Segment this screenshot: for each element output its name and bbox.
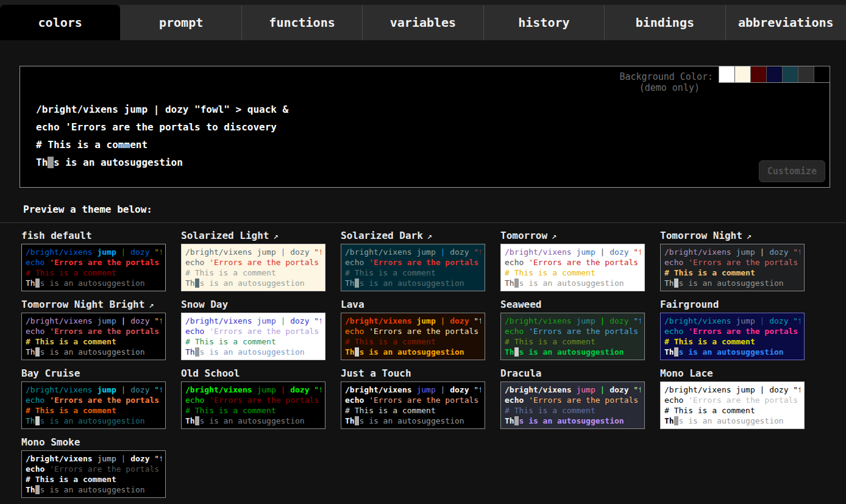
terminal-line: # This is a comment xyxy=(664,405,800,416)
theme-title[interactable]: Tomorrow Night↗ xyxy=(660,230,805,241)
token-pipe: | xyxy=(276,316,290,325)
theme-preview-card[interactable]: /bright/vixens jump | dozy "fowl" > quac… xyxy=(500,382,645,429)
token-sugg: s is an autosuggestion xyxy=(519,279,624,288)
terminal-line: echo 'Errors are the portals to discover… xyxy=(26,395,162,405)
token-sugg: s is an autosuggestion xyxy=(359,416,464,425)
token-path: /bright/vixens xyxy=(185,385,257,394)
token-cmd2: jump xyxy=(124,104,148,115)
theme-title[interactable]: Tomorrow↗ xyxy=(500,230,645,241)
theme-preview-card[interactable]: /bright/vixens jump | dozy "fowl" > quac… xyxy=(21,313,166,360)
tab-variables[interactable]: variables xyxy=(362,5,483,40)
token-quote: "fowl" > quack & xyxy=(150,454,162,463)
token-pipe: | xyxy=(116,247,130,257)
theme-preview-card[interactable]: /bright/vixens jump | dozy "fowl" > quac… xyxy=(500,313,645,360)
token-comment: # This is a comment xyxy=(26,268,116,277)
theme-preview-card[interactable]: /bright/vixens jump | dozy "fowl" > quac… xyxy=(21,382,166,429)
token-pipe: | xyxy=(436,247,450,257)
token-quote: "fowl" > quack & xyxy=(150,247,162,257)
token-comment: # This is a comment xyxy=(185,337,276,346)
external-link-icon[interactable]: ↗ xyxy=(552,231,556,241)
external-link-icon[interactable]: ↗ xyxy=(427,231,432,241)
theme-preview-card[interactable]: /bright/vixens jump | dozy "fowl" > quac… xyxy=(660,382,805,429)
tab-bindings[interactable]: bindings xyxy=(604,5,725,40)
token-echo: echo xyxy=(505,396,528,405)
theme-preview-card[interactable]: /bright/vixens jump | dozy "fowl" > quac… xyxy=(181,313,325,360)
token-comment: # This is a comment xyxy=(505,337,595,346)
token-typed: Th xyxy=(185,416,195,425)
token-echo: echo xyxy=(26,327,49,336)
token-sugg: s is an autosuggestion xyxy=(199,279,304,288)
terminal-line: This is an autosuggestion xyxy=(26,484,162,495)
terminal-line: /bright/vixens jump | dozy "fowl" > quac… xyxy=(345,247,481,257)
theme-title[interactable]: Tomorrow Night Bright↗ xyxy=(21,299,166,310)
token-err: 'Errors are the portals to discovery xyxy=(688,258,800,267)
background-swatch-3[interactable] xyxy=(751,66,767,82)
background-swatch-5[interactable] xyxy=(783,66,798,82)
token-pipe: | xyxy=(755,385,769,394)
theme-title[interactable]: Solarized Dark↗ xyxy=(341,230,485,241)
theme-preview-card[interactable]: /bright/vixens jump | dozy "fowl" > quac… xyxy=(21,244,166,291)
theme-preview-card[interactable]: /bright/vixens jump | dozy "fowl" > quac… xyxy=(660,313,805,360)
token-sugg: s is an autosuggestion xyxy=(54,157,183,168)
token-pipe: | xyxy=(595,247,610,257)
theme-title: Just a Touch xyxy=(341,367,485,378)
theme-preview-card[interactable]: /bright/vixens jump | dozy "fowl" > quac… xyxy=(660,244,805,291)
background-swatch-1[interactable] xyxy=(719,66,735,82)
terminal-line: /bright/vixens jump | dozy "fowl" > quac… xyxy=(664,247,800,257)
token-cmd3: dozy xyxy=(769,247,788,257)
terminal-line: /bright/vixens jump | dozy "fowl" > quac… xyxy=(26,247,162,257)
tab-prompt[interactable]: prompt xyxy=(120,5,241,40)
token-path: /bright/vixens xyxy=(345,247,416,257)
theme-preview-card[interactable]: /bright/vixens jump | dozy "fowl" > quac… xyxy=(181,382,325,429)
tab-history[interactable]: history xyxy=(483,5,604,40)
terminal-line: This is an autosuggestion xyxy=(36,154,288,171)
theme-solarized-light: Solarized Light↗/bright/vixens jump | do… xyxy=(181,230,325,291)
theme-preview-card[interactable]: /bright/vixens jump | dozy "fowl" > quac… xyxy=(341,313,485,360)
terminal-line: This is an autosuggestion xyxy=(185,416,321,426)
token-comment: # This is a comment xyxy=(345,337,436,346)
external-link-icon[interactable]: ↗ xyxy=(149,300,154,310)
external-link-icon[interactable]: ↗ xyxy=(274,231,279,241)
background-swatch-2[interactable] xyxy=(735,66,751,82)
theme-preview-card[interactable]: /bright/vixens jump | dozy "fowl" > quac… xyxy=(500,244,645,291)
terminal-line: # This is a comment xyxy=(36,136,288,154)
token-comment: # This is a comment xyxy=(345,406,436,415)
theme-preview-card[interactable]: /bright/vixens jump | dozy "fowl" > quac… xyxy=(341,244,485,291)
terminal-line: echo 'Errors are the portals to discover… xyxy=(26,464,162,474)
token-sugg: s is an autosuggestion xyxy=(359,279,464,288)
background-swatch-strip xyxy=(719,66,830,83)
token-echo: echo xyxy=(345,258,369,267)
token-cmd3: dozy xyxy=(130,316,149,325)
theme-title: fish default xyxy=(21,230,166,241)
token-cmd3: dozy xyxy=(769,316,788,325)
token-err: 'Errors are the portals to discovery xyxy=(49,464,162,474)
theme-title[interactable]: Solarized Light↗ xyxy=(181,230,325,241)
tab-colors[interactable]: colors xyxy=(0,5,120,40)
terminal-line: This is an autosuggestion xyxy=(185,278,321,288)
token-echo: echo xyxy=(185,396,209,405)
terminal-line: echo 'Errors are the portals to discover… xyxy=(505,395,641,405)
terminal-line: /bright/vixens jump | dozy "fowl" > quac… xyxy=(185,385,321,395)
background-swatch-4[interactable] xyxy=(767,66,783,82)
theme-preview-card[interactable]: /bright/vixens jump | dozy "fowl" > quac… xyxy=(181,244,325,291)
token-echo: echo xyxy=(505,327,528,336)
terminal-line: # This is a comment xyxy=(664,268,800,278)
theme-title: Old School xyxy=(181,367,325,378)
token-comment: # This is a comment xyxy=(505,268,595,277)
tab-abbreviations[interactable]: abbreviations xyxy=(725,5,846,40)
tab-functions[interactable]: functions xyxy=(241,5,362,40)
token-typed: Th xyxy=(505,347,514,357)
token-path: /bright/vixens xyxy=(664,247,736,257)
theme-preview-card[interactable]: /bright/vixens jump | dozy "fowl" > quac… xyxy=(21,450,166,498)
terminal-line: This is an autosuggestion xyxy=(505,278,641,288)
token-sugg: s is an autosuggestion xyxy=(199,347,304,357)
background-swatch-7[interactable] xyxy=(814,66,830,82)
external-link-icon[interactable]: ↗ xyxy=(747,231,752,241)
token-echo: echo xyxy=(664,396,688,405)
customize-button[interactable]: Customize xyxy=(759,160,825,182)
token-pipe: | xyxy=(116,316,130,325)
background-swatch-6[interactable] xyxy=(798,66,814,82)
token-typed: Th xyxy=(345,416,355,425)
theme-preview-card[interactable]: /bright/vixens jump | dozy "fowl" > quac… xyxy=(341,382,485,429)
terminal-line: This is an autosuggestion xyxy=(345,347,481,357)
